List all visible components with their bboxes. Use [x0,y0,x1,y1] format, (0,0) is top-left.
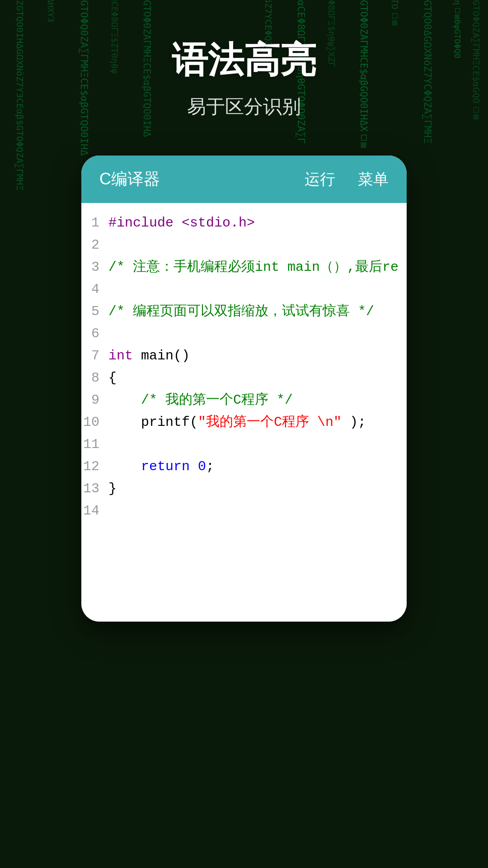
editor-header: C编译器 运行 菜单 [81,156,407,203]
code-line-11: 11 [81,434,407,456]
code-line-3: 3 /* 注意：手机编程必须int main（）,最后re [81,256,407,278]
line-num-9: 9 [81,390,108,410]
code-area[interactable]: 1 #include <stdio.h> 2 3 /* 注意：手机编程必须int… [81,203,407,622]
code-line-7: 7 int main() [81,345,407,367]
code-line-9: 9 /* 我的第一个C程序 */ [81,389,407,411]
semicolon-12: ; [206,459,214,474]
line-content-9: /* 我的第一个C程序 */ [108,390,407,410]
line-content-3: /* 注意：手机编程必须int main（）,最后re [108,257,407,278]
page-container: 语法高亮 易于区分识别 C编译器 运行 菜单 1 #include <stdio… [0,0,488,868]
func-main: main() [133,348,190,363]
printf-close: ); [342,415,366,430]
page-title: 语法高亮 [172,36,316,85]
return-keyword: return [108,459,198,474]
line-num-14: 14 [81,501,108,521]
line-content-10: printf("我的第一个C程序 \n" ); [108,412,407,433]
menu-button[interactable]: 菜单 [358,169,389,190]
editor-actions: 运行 菜单 [305,169,389,190]
code-line-14: 14 [81,500,407,522]
line-content-12: return 0; [108,457,407,477]
editor-card: C编译器 运行 菜单 1 #include <stdio.h> 2 3 /* 注… [81,156,407,622]
line-num-5: 5 [81,302,108,322]
code-line-5: 5 /* 编程页面可以双指缩放，试试有惊喜 */ [81,301,407,323]
code-line-4: 4 [81,278,407,301]
line-num-7: 7 [81,346,108,366]
line-num-11: 11 [81,434,108,455]
code-line-6: 6 [81,323,407,345]
code-line-8: 8 { [81,367,407,389]
line-num-1: 1 [81,213,108,233]
code-line-1: 1 #include <stdio.h> [81,212,407,234]
return-value: 0 [198,459,206,474]
keyword-int: int [108,348,133,363]
code-line-empty-1 [81,522,407,613]
line-content-7: int main() [108,346,407,366]
line-content-8: { [108,368,407,388]
code-line-2: 2 [81,234,407,256]
line-num-13: 13 [81,479,108,499]
line-content-5: /* 编程页面可以双指缩放，试试有惊喜 */ [108,302,407,322]
line-content-1: #include <stdio.h> [108,213,407,233]
editor-title: C编译器 [99,168,160,190]
line-num-4: 4 [81,279,108,300]
code-line-13: 13 } [81,478,407,500]
line-num-2: 2 [81,235,108,255]
code-line-12: 12 return 0; [81,456,407,478]
run-button[interactable]: 运行 [305,169,335,190]
line-num-10: 10 [81,412,108,433]
string-literal: "我的第一个C程序 \n" [198,415,342,430]
page-subtitle: 易于区分识别 [187,94,301,119]
line-num-6: 6 [81,324,108,344]
line-num-12: 12 [81,457,108,477]
code-line-10: 10 printf("我的第一个C程序 \n" ); [81,411,407,434]
printf-func: printf( [108,415,198,430]
line-num-8: 8 [81,368,108,388]
line-content-13: } [108,479,407,499]
line-num-3: 3 [81,257,108,278]
